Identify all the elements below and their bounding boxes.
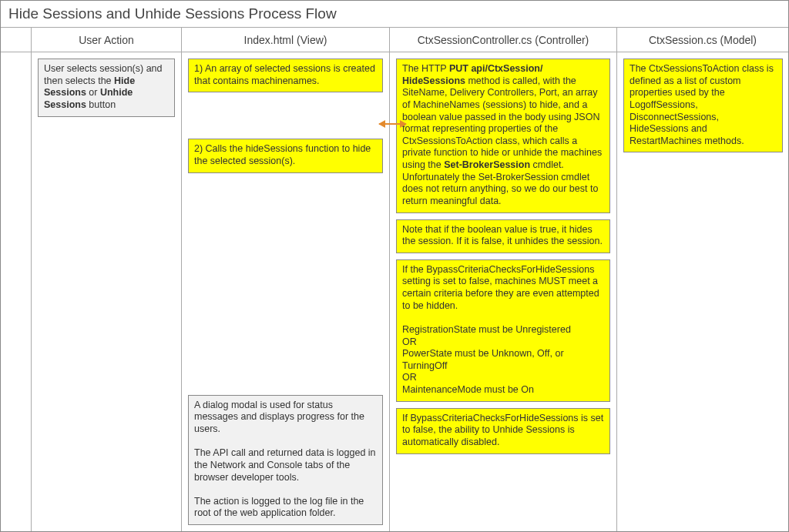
double-arrow-icon xyxy=(379,123,406,125)
column-header-controller: CtxSessionController.cs (Controller) xyxy=(390,28,617,52)
view-step-2: 2) Calls the hideSessions function to hi… xyxy=(188,139,383,172)
header-spacer xyxy=(1,28,32,52)
swimlane-grid: User Action Index.html (View) CtxSession… xyxy=(1,28,788,531)
text-bold: Set-BrokerSession xyxy=(444,159,530,170)
page-title: Hide Sessions and Unhide Sessions Proces… xyxy=(1,1,788,28)
text-segment: or xyxy=(86,87,100,98)
text-segment: method is called, with the SiteName, Del… xyxy=(402,75,602,170)
column-header-view: Index.html (View) xyxy=(182,28,390,52)
lane-user-action: User selects session(s) and then selects… xyxy=(32,52,182,531)
spacer xyxy=(188,99,383,132)
controller-unhide-note: If BypassCriteriaChecksForHideSessions i… xyxy=(396,408,610,454)
text-segment: button xyxy=(86,99,116,110)
diagram-frame: Hide Sessions and Unhide Sessions Proces… xyxy=(0,0,789,532)
view-notes: A dialog modal is used for status messag… xyxy=(188,395,383,525)
lane-controller: The HTTP PUT api/CtxSession/ HideSession… xyxy=(390,52,617,531)
controller-boolean-note: Note that if the boolean value is true, … xyxy=(396,219,610,253)
column-header-model: CtxSession.cs (Model) xyxy=(617,28,788,52)
body-spacer xyxy=(1,52,32,531)
lane-model: The CtxSessionsToAction class is defined… xyxy=(617,52,788,531)
text-segment: User selects session(s) and then selects… xyxy=(44,63,163,86)
text-segment: The HTTP xyxy=(402,63,449,74)
controller-criteria: If the BypassCriteriaChecksForHideSessio… xyxy=(396,259,610,402)
column-header-user-action: User Action xyxy=(32,28,182,52)
view-step-1: 1) An array of selected sessions is crea… xyxy=(188,59,383,92)
user-action-box: User selects session(s) and then selects… xyxy=(38,59,175,117)
controller-main: The HTTP PUT api/CtxSession/ HideSession… xyxy=(396,59,610,213)
model-box: The CtxSessionsToAction class is defined… xyxy=(623,59,783,152)
lane-view: 1) An array of selected sessions is crea… xyxy=(182,52,390,531)
spacer xyxy=(188,179,383,389)
